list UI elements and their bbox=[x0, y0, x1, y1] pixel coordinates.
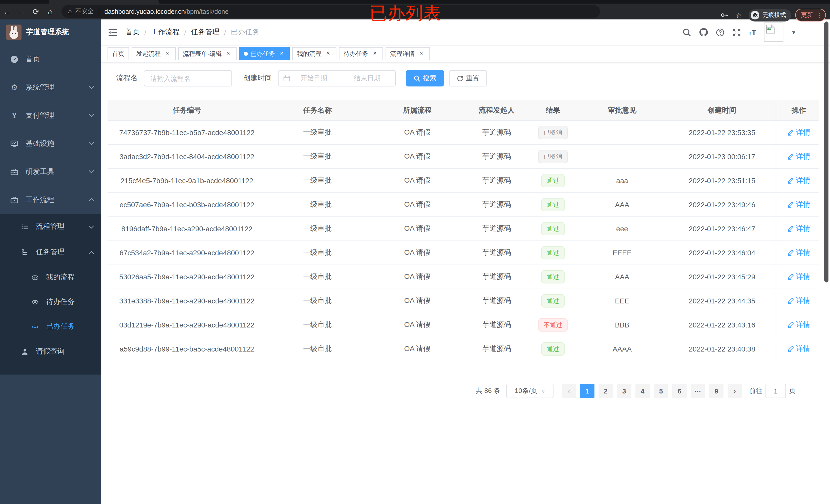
help-icon[interactable] bbox=[716, 28, 725, 37]
process-name: OA 请假 bbox=[369, 224, 466, 233]
sidebar-fold-icon[interactable] bbox=[108, 28, 117, 36]
scrollbar-thumb[interactable] bbox=[824, 22, 828, 282]
detail-link[interactable]: 详情 bbox=[787, 296, 810, 305]
close-icon[interactable]: × bbox=[225, 50, 232, 57]
table-row: 8196daff-7b9a-11ec-a290-acde48001122 一级审… bbox=[107, 217, 819, 241]
edit-icon bbox=[787, 249, 794, 256]
next-page-button[interactable]: › bbox=[728, 384, 742, 398]
github-icon[interactable] bbox=[699, 28, 708, 37]
address-bar[interactable]: ⚠ 不安全 dashboard.yudao.iocoder.cn/bpm/tas… bbox=[61, 5, 600, 18]
fullscreen-icon[interactable] bbox=[732, 28, 741, 37]
browser-home-button[interactable]: ⌂ bbox=[43, 7, 57, 16]
goto-page-input[interactable] bbox=[765, 384, 786, 398]
search-icon[interactable] bbox=[682, 28, 691, 37]
tab-done-tasks[interactable]: 已办任务 × bbox=[239, 47, 290, 60]
task-name: 一级审批 bbox=[266, 296, 369, 305]
page-button-9[interactable]: 9 bbox=[709, 384, 724, 398]
sidebar-item-label: 工作流程 bbox=[26, 195, 89, 204]
breadcrumb-home[interactable]: 首页 bbox=[125, 28, 140, 37]
list-icon bbox=[21, 223, 29, 231]
detail-link[interactable]: 详情 bbox=[787, 128, 810, 137]
start-date-placeholder: 开始日期 bbox=[290, 74, 338, 83]
page-button-6[interactable]: 6 bbox=[672, 384, 687, 398]
tab-form-edit[interactable]: 流程表单-编辑 × bbox=[178, 47, 236, 60]
reset-button[interactable]: 重置 bbox=[449, 70, 487, 87]
detail-link[interactable]: 详情 bbox=[787, 272, 810, 281]
sidebar-item-dev-tools[interactable]: 研发工具 bbox=[0, 158, 101, 186]
tab-my-process[interactable]: 我的流程 × bbox=[292, 47, 337, 60]
close-icon[interactable]: × bbox=[278, 50, 285, 57]
browser-menu-icon[interactable]: ⋮ bbox=[816, 11, 822, 19]
page-button-2[interactable]: 2 bbox=[599, 384, 613, 398]
page-button-5[interactable]: 5 bbox=[654, 384, 668, 398]
tab-process-detail[interactable]: 流程详情 × bbox=[386, 47, 429, 60]
close-icon[interactable]: × bbox=[325, 50, 332, 57]
process-name-label: 流程名 bbox=[116, 74, 138, 83]
page-button-1[interactable]: 1 bbox=[580, 384, 595, 398]
detail-link[interactable]: 详情 bbox=[787, 200, 810, 209]
incognito-icon bbox=[751, 11, 759, 20]
browser-tab[interactable] bbox=[49, 0, 159, 4]
refresh-icon bbox=[457, 75, 464, 81]
browser-back-button[interactable]: ← bbox=[0, 7, 14, 16]
sidebar-item-done-tasks[interactable]: 已办任务 bbox=[0, 314, 101, 339]
avatar[interactable] bbox=[764, 23, 784, 42]
process-name-input[interactable] bbox=[144, 70, 232, 87]
detail-link[interactable]: 详情 bbox=[787, 152, 810, 161]
sidebar-item-home[interactable]: 首页 bbox=[0, 45, 101, 73]
detail-link[interactable]: 详情 bbox=[787, 344, 810, 354]
sidebar-item-workflow[interactable]: 工作流程 bbox=[0, 186, 101, 214]
date-range-input[interactable]: 开始日期 - 结束日期 bbox=[278, 70, 396, 87]
chevron-down-icon bbox=[89, 113, 94, 117]
close-icon[interactable]: × bbox=[164, 50, 171, 57]
process-starter: 芋道源码 bbox=[466, 320, 528, 330]
more-pages-button[interactable]: ··· bbox=[691, 384, 705, 398]
detail-link[interactable]: 详情 bbox=[787, 248, 810, 257]
screen: ← → ⟳ ⌂ ⚠ 不安全 dashboard.yudao.iocoder.cn… bbox=[0, 0, 830, 504]
caret-down-icon[interactable]: ▼ bbox=[791, 29, 796, 35]
approve-comment: AAA bbox=[579, 273, 666, 281]
detail-link[interactable]: 详情 bbox=[787, 224, 810, 233]
sidebar-item-todo-tasks[interactable]: 待办任务 bbox=[0, 290, 101, 314]
search-button[interactable]: 搜索 bbox=[406, 70, 444, 87]
prev-page-button[interactable]: ‹ bbox=[562, 384, 576, 398]
sidebar-item-task-mgmt[interactable]: 任务管理 bbox=[0, 239, 101, 265]
table-row: 03d1219e-7b9a-11ec-a290-acde48001122 一级审… bbox=[107, 313, 819, 337]
tab-start-process[interactable]: 发起流程 × bbox=[132, 47, 175, 60]
bookmark-star-icon[interactable]: ☆ bbox=[736, 11, 742, 19]
browser-reload-button[interactable]: ⟳ bbox=[29, 7, 43, 16]
eye-open-icon bbox=[31, 298, 39, 306]
fixed-column-divider bbox=[778, 100, 778, 361]
sidebar-item-process-mgmt[interactable]: 流程管理 bbox=[0, 214, 101, 239]
browser-forward-button[interactable]: → bbox=[14, 7, 29, 16]
approve-comment: AAAA bbox=[579, 345, 666, 353]
sidebar-item-leave-query[interactable]: 请假查询 bbox=[0, 339, 101, 364]
approve-comment: EEE bbox=[579, 297, 666, 305]
sidebar-item-my-process[interactable]: 我的流程 bbox=[0, 265, 101, 290]
breadcrumb: 首页 / 工作流程 / 任务管理 / 已办任务 bbox=[125, 28, 259, 37]
process-name: OA 请假 bbox=[369, 272, 466, 281]
detail-link[interactable]: 详情 bbox=[787, 176, 810, 185]
task-id: 331e3388-7b9a-11ec-a290-acde48001122 bbox=[107, 297, 266, 305]
app-logo[interactable]: 芋道管理系统 bbox=[0, 20, 101, 45]
sidebar-item-label: 任务管理 bbox=[36, 248, 89, 257]
result-badge: 通过 bbox=[541, 270, 565, 283]
tab-home[interactable]: 首页 bbox=[107, 47, 129, 60]
page-button-3[interactable]: 3 bbox=[617, 384, 631, 398]
task-name: 一级审批 bbox=[266, 176, 369, 185]
font-size-icon[interactable]: TT bbox=[748, 28, 757, 37]
sidebar-item-payment[interactable]: ¥ 支付管理 bbox=[0, 101, 101, 130]
sidebar-item-system[interactable]: ⚙ 系统管理 bbox=[0, 73, 101, 101]
detail-link[interactable]: 详情 bbox=[787, 320, 810, 330]
chrome-update-button[interactable]: 更新 ⋮ bbox=[795, 9, 826, 22]
tab-todo-tasks[interactable]: 待办任务 × bbox=[339, 47, 383, 60]
pagination: 共 86 条 10条/页 ∨ ‹ 1 2 3 4 5 6 ··· 9 › bbox=[107, 384, 824, 398]
process-name: OA 请假 bbox=[369, 320, 466, 330]
page-button-4[interactable]: 4 bbox=[635, 384, 650, 398]
column-header: 流程发起人 bbox=[466, 106, 528, 115]
close-icon[interactable]: × bbox=[371, 50, 378, 57]
page-size-select[interactable]: 10条/页 ∨ bbox=[506, 384, 553, 398]
close-icon[interactable]: × bbox=[418, 50, 425, 57]
sidebar-item-infrastructure[interactable]: 基础设施 bbox=[0, 130, 101, 158]
password-key-icon[interactable] bbox=[721, 11, 728, 19]
